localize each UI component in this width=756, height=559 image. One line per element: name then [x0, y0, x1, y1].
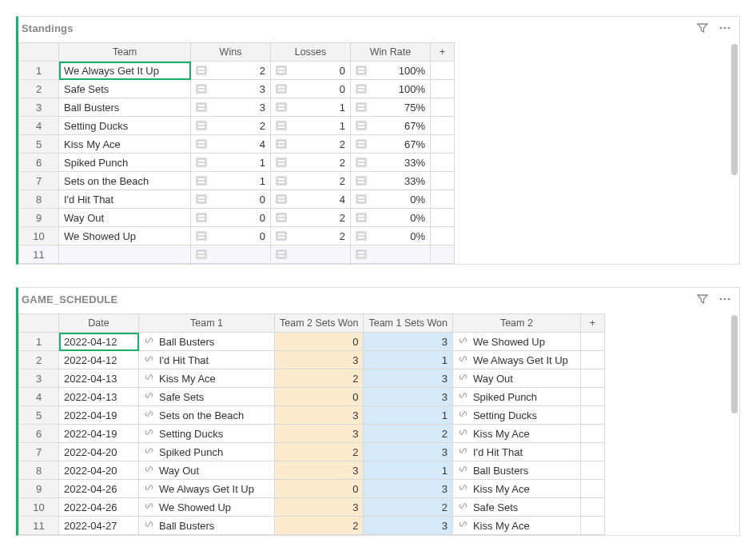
cell-team2-sets[interactable]: 2 — [275, 517, 364, 535]
col-date[interactable]: Date — [59, 314, 139, 333]
cell-team1[interactable]: Safe Sets — [139, 388, 275, 406]
cell-losses[interactable]: 0 — [271, 62, 351, 80]
cell-winrate[interactable]: 33% — [351, 154, 431, 172]
table-row[interactable]: 32022-04-13Kiss My Ace23Way Out — [19, 369, 605, 388]
schedule-scrollbar[interactable] — [731, 315, 738, 533]
cell-team[interactable]: Kiss My Ace — [59, 135, 191, 154]
cell-team1[interactable]: Setting Ducks — [139, 425, 275, 443]
cell-team[interactable]: I'd Hit That — [59, 190, 191, 209]
col-winrate[interactable]: Win Rate — [351, 43, 431, 62]
cell-team[interactable]: Safe Sets — [59, 80, 191, 98]
cell-team2[interactable]: Kiss My Ace — [452, 425, 580, 443]
table-row[interactable]: 22022-04-12I'd Hit That31We Always Get I… — [19, 351, 605, 369]
cell-date[interactable]: 2022-04-13 — [59, 369, 139, 388]
cell-empty[interactable] — [431, 227, 455, 246]
cell-wins[interactable]: 1 — [191, 172, 271, 190]
cell-losses[interactable]: 0 — [271, 80, 351, 98]
cell-empty[interactable] — [580, 517, 604, 535]
cell-team2[interactable]: Kiss My Ace — [452, 517, 580, 535]
row-number[interactable]: 10 — [19, 498, 59, 517]
cell-winrate[interactable]: 100% — [351, 62, 431, 80]
cell-winrate[interactable]: 33% — [351, 172, 431, 190]
cell-wins[interactable]: 0 — [191, 190, 271, 209]
row-number[interactable]: 6 — [19, 154, 59, 172]
cell-empty[interactable] — [580, 388, 604, 406]
cell-team1[interactable]: We Showed Up — [139, 498, 275, 517]
cell-team2[interactable]: Spiked Punch — [452, 388, 580, 406]
filter-icon[interactable] — [696, 22, 709, 34]
cell-team2-sets[interactable]: 2 — [275, 369, 364, 388]
cell-winrate[interactable]: 0% — [351, 209, 431, 227]
row-number[interactable]: 7 — [19, 443, 59, 461]
cell-winrate[interactable]: 0% — [351, 227, 431, 246]
cell-team2-sets[interactable]: 3 — [275, 406, 364, 425]
col-team[interactable]: Team — [59, 43, 191, 62]
cell-team1[interactable]: Ball Busters — [139, 517, 275, 535]
table-row[interactable]: 72022-04-20Spiked Punch23I'd Hit That — [19, 443, 605, 461]
table-row[interactable]: 7Sets on the Beach1233% — [19, 172, 455, 190]
cell-winrate[interactable]: 0% — [351, 190, 431, 209]
row-number[interactable]: 5 — [19, 406, 59, 425]
cell-date[interactable]: 2022-04-12 — [59, 333, 139, 351]
cell-team1-sets[interactable]: 1 — [364, 351, 452, 369]
cell-empty[interactable] — [580, 498, 604, 517]
cell-date[interactable]: 2022-04-12 — [59, 351, 139, 369]
cell-team2-sets[interactable]: 3 — [275, 461, 364, 480]
table-row[interactable]: 12022-04-12Ball Busters03We Showed Up — [19, 333, 605, 351]
cell-team[interactable]: Setting Ducks — [59, 117, 191, 135]
cell-empty[interactable] — [580, 443, 604, 461]
table-row[interactable]: 1We Always Get It Up20100% — [19, 62, 455, 80]
col-wins[interactable]: Wins — [191, 43, 271, 62]
row-number[interactable]: 1 — [19, 333, 59, 351]
cell-team[interactable]: Way Out — [59, 209, 191, 227]
cell-team1[interactable]: Way Out — [139, 461, 275, 480]
cell-winrate[interactable]: 67% — [351, 117, 431, 135]
row-number[interactable]: 4 — [19, 388, 59, 406]
cell-team1[interactable]: Sets on the Beach — [139, 406, 275, 425]
table-row[interactable]: 5Kiss My Ace4267% — [19, 135, 455, 154]
cell-team2[interactable]: We Showed Up — [452, 333, 580, 351]
row-number[interactable]: 7 — [19, 172, 59, 190]
cell-losses[interactable]: 2 — [271, 227, 351, 246]
cell-team1-sets[interactable]: 1 — [364, 406, 452, 425]
add-column-button[interactable]: + — [431, 43, 455, 62]
cell-team2-sets[interactable]: 3 — [275, 498, 364, 517]
cell-team2-sets[interactable]: 2 — [275, 443, 364, 461]
cell-empty[interactable] — [580, 425, 604, 443]
cell-empty[interactable] — [580, 351, 604, 369]
row-number[interactable]: 8 — [19, 190, 59, 209]
row-number[interactable]: 9 — [19, 209, 59, 227]
cell-team2-sets[interactable]: 3 — [275, 425, 364, 443]
standings-grid[interactable]: Team Wins Losses Win Rate + 1We Always G… — [18, 42, 455, 264]
cell-empty[interactable] — [580, 369, 604, 388]
cell-team2[interactable]: Ball Busters — [452, 461, 580, 480]
cell-team1-sets[interactable]: 3 — [364, 443, 452, 461]
table-row[interactable]: 2Safe Sets30100% — [19, 80, 455, 98]
cell-losses[interactable]: 2 — [271, 172, 351, 190]
add-column-button[interactable]: + — [580, 314, 604, 333]
cell-empty[interactable] — [431, 172, 455, 190]
cell-losses[interactable]: 1 — [271, 117, 351, 135]
cell-winrate[interactable]: 75% — [351, 98, 431, 117]
cell-empty[interactable] — [580, 480, 604, 498]
cell-team[interactable]: We Always Get It Up — [59, 62, 191, 80]
cell-team[interactable]: Spiked Punch — [59, 154, 191, 172]
col-t1sets[interactable]: Team 1 Sets Won — [364, 314, 452, 333]
rownum-header[interactable] — [19, 314, 59, 333]
cell-empty[interactable] — [431, 80, 455, 98]
row-number[interactable]: 11 — [19, 517, 59, 535]
cell-date[interactable]: 2022-04-27 — [59, 517, 139, 535]
col-team2[interactable]: Team 2 — [452, 314, 580, 333]
cell-team1[interactable]: Spiked Punch — [139, 443, 275, 461]
cell-team1-sets[interactable]: 3 — [364, 480, 452, 498]
cell-team1-sets[interactable]: 3 — [364, 388, 452, 406]
cell-date[interactable]: 2022-04-19 — [59, 425, 139, 443]
cell-team2-sets[interactable]: 0 — [275, 388, 364, 406]
cell-date[interactable]: 2022-04-26 — [59, 498, 139, 517]
cell-wins[interactable]: 2 — [191, 117, 271, 135]
row-number[interactable]: 8 — [19, 461, 59, 480]
cell-date[interactable]: 2022-04-20 — [59, 461, 139, 480]
rownum-header[interactable] — [19, 43, 59, 62]
cell-team2[interactable]: Safe Sets — [452, 498, 580, 517]
row-number[interactable]: 3 — [19, 369, 59, 388]
